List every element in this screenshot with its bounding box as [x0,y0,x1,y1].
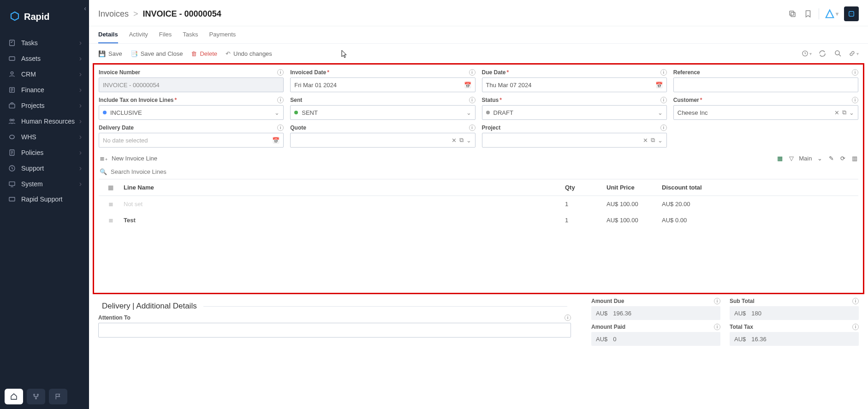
edit-icon[interactable]: ✎ [829,155,834,162]
columns-icon[interactable]: ▥ [852,155,857,162]
sidebar-item-hr[interactable]: Human Resources › [0,113,89,129]
refresh-lines-icon[interactable]: ⟳ [840,155,845,162]
save-close-button[interactable]: 📑Save and Close [131,50,183,57]
info-icon[interactable]: i [277,124,284,131]
attention-to-input[interactable] [98,323,571,338]
svg-point-17 [850,13,851,14]
refresh-icon[interactable] [817,48,827,59]
th-discount-total[interactable]: Discount total [662,184,856,191]
flag-button[interactable] [49,389,67,404]
save-button[interactable]: 💾Save [98,50,122,57]
info-icon[interactable]: i [565,314,571,321]
info-icon[interactable]: i [714,324,720,330]
info-icon[interactable]: i [469,69,476,76]
sitemap-button[interactable] [27,389,45,404]
field-total-tax: Total Taxi AU$16.36 [730,324,859,346]
sidebar-item-label: Policies [21,149,79,156]
status-select[interactable]: DRAFT⌄ [482,105,667,120]
info-icon[interactable]: i [714,298,720,304]
filter-view-select[interactable]: ▽ Main ⌄ [789,155,822,162]
info-icon[interactable]: i [660,124,667,131]
info-icon[interactable]: i [469,97,476,103]
sidebar-item-support[interactable]: Support › [0,160,89,176]
tab-files[interactable]: Files [159,26,172,43]
chevron-right-icon: › [79,148,82,157]
invoiced-date-input[interactable]: Fri Mar 01 2024📅 [290,77,475,92]
link-icon[interactable]: ▾ [849,48,859,59]
brand-switcher[interactable]: ▾ [825,9,838,19]
sidebar-item-tasks[interactable]: Tasks › [0,35,89,51]
clear-icon[interactable]: ✕ [452,137,457,144]
field-delivery-date: Delivery Datei No date selected📅 [99,124,284,148]
info-icon[interactable]: i [852,69,858,76]
table-header: ▦ Line Name Qty Unit Price Discount tota… [99,179,858,196]
filter-icon: ▽ [789,155,794,162]
sidebar-item-finance[interactable]: Finance › [0,82,89,98]
info-icon[interactable]: i [277,97,284,103]
chevron-down-icon: ⌄ [817,155,822,162]
field-reference: Referencei [673,69,858,92]
tab-payments[interactable]: Payments [209,26,236,43]
calendar-icon[interactable]: 📅 [655,82,663,89]
breadcrumb-current: INVOICE - 00000054 [143,9,221,19]
info-icon[interactable]: i [852,298,859,304]
sidebar-item-crm[interactable]: CRM › [0,66,89,82]
tabs: Details Activity Files Tasks Payments [89,26,868,44]
calendar-icon[interactable]: 📅 [272,137,279,144]
due-date-input[interactable]: Thu Mar 07 2024📅 [482,77,667,92]
sidebar-item-projects[interactable]: Projects › [0,98,89,113]
sent-select[interactable]: SENT⌄ [290,105,475,120]
table-row[interactable]: ≣ Test 1 AU$ 100.00 AU$ 0.00 [99,212,858,228]
new-invoice-line-button[interactable]: ≣₊ New Invoice Line [100,155,157,162]
chevron-right-icon: › [79,54,82,63]
reference-input[interactable] [673,77,858,92]
sidebar-item-system[interactable]: System › [0,176,89,192]
table-row[interactable]: ≣ Not set 1 AU$ 100.00 AU$ 20.00 [99,196,858,212]
info-icon[interactable]: i [660,69,667,76]
quote-lookup[interactable]: ✕⧉⌄ [290,133,475,148]
history-icon[interactable]: ▾ [802,48,812,59]
sidebar-item-rapid-support[interactable]: Rapid Support [0,192,89,207]
info-icon[interactable]: i [852,324,859,330]
calendar-icon[interactable]: 📅 [464,82,471,89]
th-unit-price[interactable]: Unit Price [606,184,662,191]
include-tax-select[interactable]: INCLUSIVE⌄ [99,105,284,120]
clear-icon[interactable]: ✕ [643,137,648,144]
sidebar-item-label: Tasks [21,39,79,47]
sidebar-item-whs[interactable]: WHS › [0,129,89,145]
th-line-name[interactable]: Line Name [120,184,565,191]
sidebar-item-assets[interactable]: Assets › [0,51,89,66]
tab-activity[interactable]: Activity [129,26,148,43]
sidebar-item-policies[interactable]: Policies › [0,145,89,160]
info-icon[interactable]: i [852,97,858,103]
sidebar-collapse-icon[interactable]: ‹ [84,5,86,12]
home-button[interactable] [5,389,23,404]
toolbar: 💾Save 📑Save and Close 🗑Delete ↶Undo chan… [89,44,868,63]
open-icon[interactable]: ⧉ [459,136,464,144]
search-icon[interactable] [833,48,843,59]
bottom-section: Delivery | Additional Details Attention … [91,298,864,346]
project-lookup[interactable]: ✕⧉⌄ [482,133,667,148]
clear-icon[interactable]: ✕ [834,109,839,116]
th-qty[interactable]: Qty [565,184,606,191]
info-icon[interactable]: i [469,124,476,131]
assistant-button[interactable] [844,6,859,21]
bookmark-icon[interactable] [803,9,813,19]
tab-details[interactable]: Details [98,26,118,43]
export-excel-icon[interactable]: ▦ [777,155,783,162]
tab-tasks[interactable]: Tasks [183,26,198,43]
info-icon[interactable]: i [660,97,667,103]
undo-button[interactable]: ↶Undo changes [226,50,272,57]
brand-a-icon [825,9,835,19]
delivery-date-input[interactable]: No date selected📅 [99,133,284,148]
info-icon[interactable]: i [277,69,284,76]
breadcrumb-sep: > [133,9,138,19]
open-icon[interactable]: ⧉ [651,136,655,144]
copy-icon[interactable] [787,9,797,19]
delete-button[interactable]: 🗑Delete [191,50,217,57]
breadcrumb-parent[interactable]: Invoices [98,9,129,19]
customer-lookup[interactable]: Cheese Inc✕⧉⌄ [673,105,858,120]
search-lines-input[interactable] [111,168,857,175]
td-line-name: Test [120,217,565,224]
open-icon[interactable]: ⧉ [842,109,846,116]
